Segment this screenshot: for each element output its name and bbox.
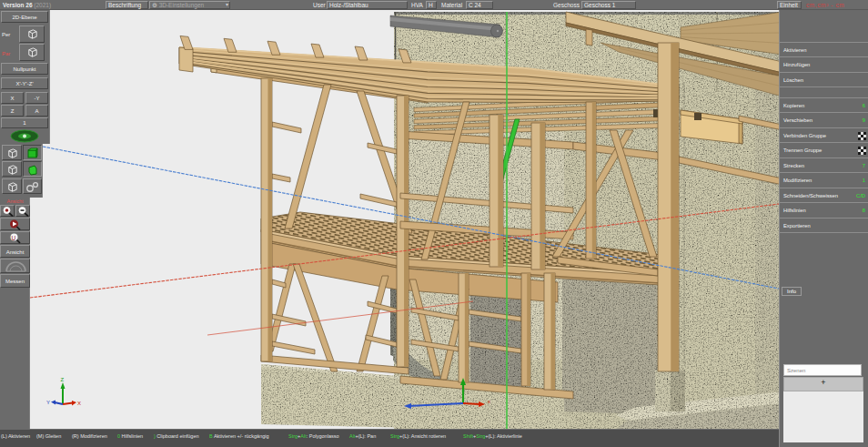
svg-text:x: x xyxy=(488,399,490,404)
svg-text:Y: Y xyxy=(46,400,50,405)
svg-text:U: U xyxy=(12,235,16,241)
svg-text:X: X xyxy=(77,401,81,406)
svg-text:Z: Z xyxy=(61,377,65,382)
